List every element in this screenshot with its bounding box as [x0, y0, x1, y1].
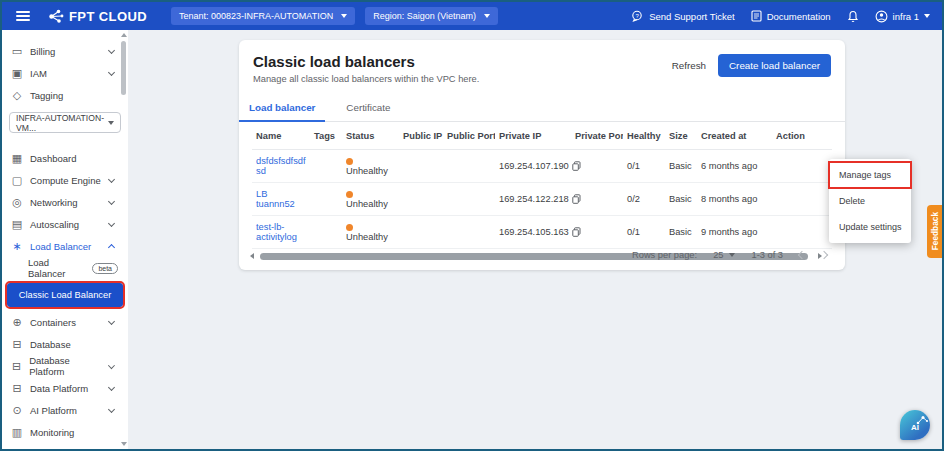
created-at-cell: 6 months ago [697, 150, 772, 183]
sidebar-item-label: Load Balancer [30, 241, 91, 252]
sidebar-subitem-load-balancer-beta[interactable]: Load Balancer beta [2, 257, 128, 279]
action-cell [772, 150, 832, 183]
sidebar-item-label: Monitoring [30, 427, 74, 438]
next-page-button[interactable] [820, 251, 828, 259]
documentation-link[interactable]: Documentation [751, 10, 831, 22]
classic-load-balancers-card: Classic load balancers Manage all classi… [239, 40, 845, 270]
load-balancer-table-wrap: Name Tags Status Public IP Public Port P… [252, 122, 832, 249]
sidebar-item-label: Load Balancer [28, 257, 87, 279]
feedback-tab[interactable]: Feedback [927, 205, 942, 258]
tags-cell [310, 183, 342, 216]
table-row: dsfdsfsdfsdfsd Unhealthy 169.254.107.190… [252, 150, 832, 183]
rows-per-page-select[interactable]: 25 [713, 250, 735, 260]
project-select-value: INFRA-AUTOMATION-VM... [16, 113, 108, 133]
sidebar-item-compute-engine[interactable]: ▢ Compute Engine [2, 169, 128, 191]
sidebar-item-load-balancer[interactable]: ∗ Load Balancer [2, 235, 128, 257]
sidebar-item-label: Containers [30, 317, 76, 328]
chevron-down-icon [108, 175, 115, 182]
private-ip-cell: 169.254.122.218 [495, 183, 571, 216]
beta-badge: beta [92, 263, 118, 274]
col-public-ip: Public IP [399, 122, 443, 150]
pagination-range: 1-3 of 3 [751, 250, 783, 260]
create-load-balancer-button[interactable]: Create load balancer [718, 54, 831, 77]
load-balancer-table: Name Tags Status Public IP Public Port P… [252, 122, 832, 249]
tenant-dropdown[interactable]: Tenant: 000823-INFRA-AUTOMATION [171, 7, 355, 25]
user-label: infra 1 [893, 11, 919, 22]
database-icon: ⊟ [11, 339, 23, 350]
col-private-port: Private Port [571, 122, 623, 150]
sidebar-item-dashboard[interactable]: ▦ Dashboard [2, 147, 128, 169]
tab-load-balancer[interactable]: Load balancer [239, 96, 325, 122]
user-menu[interactable]: infra 1 [875, 10, 930, 23]
col-tags: Tags [310, 122, 342, 150]
lb-name-link[interactable]: LB tuannn52 [256, 189, 295, 209]
chevron-down-icon [341, 14, 347, 18]
chevron-down-icon [108, 68, 115, 75]
col-healthy: Healthy [623, 122, 665, 150]
tenant-label: Tenant: 000823-INFRA-AUTOMATION [179, 11, 333, 21]
lb-name-link[interactable]: dsfdsfsdfsdfsd [256, 156, 306, 176]
billing-icon: ▭ [11, 46, 23, 57]
sidebar-item-database-platform[interactable]: ⊟ Database Platform [2, 355, 128, 377]
sidebar-item-tagging[interactable]: ◇ Tagging [2, 84, 128, 106]
sidebar-item-networking[interactable]: ◎ Networking [2, 191, 128, 213]
sidebar-item-label: Classic Load Balancer [19, 290, 112, 300]
sidebar-item-autoscaling[interactable]: ▤ Autoscaling [2, 213, 128, 235]
menu-item-manage-tags[interactable]: Manage tags [829, 162, 911, 188]
chevron-down-icon [108, 383, 115, 390]
public-port-cell [443, 183, 495, 216]
rows-per-page-label: Rows per page: [632, 250, 697, 260]
col-created-at: Created at [697, 122, 772, 150]
scroll-up-icon[interactable] [121, 33, 127, 37]
status-cell: Unhealthy [342, 183, 399, 216]
chevron-down-icon [484, 14, 490, 18]
sidebar-item-billing[interactable]: ▭ Billing [2, 40, 128, 62]
previous-page-button[interactable] [798, 251, 806, 259]
tab-bar: Load balancer Certificate [239, 96, 845, 122]
sidebar-item-label: Tagging [30, 90, 63, 101]
autoscaling-icon: ▤ [11, 219, 23, 230]
ai-assistant-button[interactable]: AI [900, 410, 930, 440]
sidebar-scrollbar[interactable] [120, 33, 127, 446]
ai-platform-icon: ⊙ [11, 405, 23, 416]
sidebar-subitem-classic-load-balancer[interactable]: Classic Load Balancer [7, 283, 123, 307]
scroll-down-icon[interactable] [121, 442, 127, 446]
menu-item-delete[interactable]: Delete [829, 188, 911, 214]
project-select[interactable]: INFRA-AUTOMATION-VM... [9, 112, 121, 133]
unhealthy-status-dot [346, 158, 353, 165]
refresh-button[interactable]: Refresh [672, 60, 706, 71]
table-header-row: Name Tags Status Public IP Public Port P… [252, 122, 832, 150]
chevron-down-icon [924, 14, 930, 18]
region-label: Region: Saigon (Vietnam) [373, 11, 476, 21]
documentation-label: Documentation [767, 11, 831, 22]
sidebar-item-containers[interactable]: ⊕ Containers [2, 311, 128, 333]
region-dropdown[interactable]: Region: Saigon (Vietnam) [365, 7, 498, 25]
menu-icon[interactable] [16, 11, 30, 21]
tab-certificate[interactable]: Certificate [325, 96, 411, 121]
send-support-ticket-link[interactable]: ? Send Support Ticket [631, 10, 735, 22]
svg-text:?: ? [636, 13, 640, 19]
bell-icon[interactable] [847, 10, 859, 23]
scrollbar-thumb[interactable] [121, 41, 126, 95]
sidebar-item-database[interactable]: ⊟ Database [2, 333, 128, 355]
sidebar-item-monitoring[interactable]: ▥ Monitoring [2, 421, 128, 443]
lb-name-link[interactable]: test-lb-activitylog [256, 222, 297, 242]
sidebar-item-label: IAM [30, 68, 47, 79]
unhealthy-status-dot [346, 224, 353, 231]
sidebar-item-data-platform[interactable]: ⊟ Data Platform [2, 377, 128, 399]
feedback-label: Feedback [930, 212, 940, 250]
menu-item-update-settings[interactable]: Update settings [829, 214, 911, 240]
load-balancer-icon: ∗ [11, 241, 23, 252]
copy-icon[interactable] [572, 161, 581, 171]
chevron-down-icon [108, 219, 115, 226]
public-ip-cell [399, 183, 443, 216]
sidebar-item-iam[interactable]: ▣ IAM [2, 62, 128, 84]
copy-icon[interactable] [572, 194, 581, 204]
col-action: Action [772, 122, 832, 150]
unhealthy-status-dot [346, 191, 353, 198]
containers-icon: ⊕ [11, 317, 23, 328]
sidebar: ▭ Billing ▣ IAM ◇ Tagging INFRA-AUTOMATI… [2, 30, 128, 449]
table-row: LB tuannn52 Unhealthy 169.254.122.218 0/… [252, 183, 832, 216]
copy-icon[interactable] [572, 227, 581, 237]
sidebar-item-ai-platform[interactable]: ⊙ AI Platform [2, 399, 128, 421]
